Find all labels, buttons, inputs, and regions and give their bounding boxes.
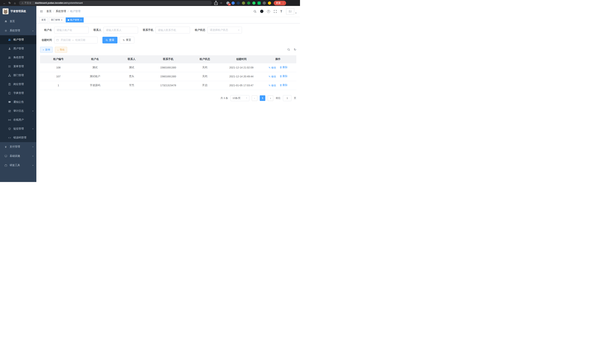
breadcrumb-current: 租户管理 — [70, 10, 81, 13]
tags-view: 首页 部门管理 × 租户管理 × — [36, 17, 300, 23]
sidebar-item-sms[interactable]: 短信管理 ▼ — [0, 124, 36, 133]
extension-icon[interactable] — [247, 1, 250, 5]
extension-icon[interactable] — [237, 1, 240, 5]
delete-link[interactable]: 删除 — [280, 75, 288, 78]
sidebar-item-home[interactable]: 首页 — [0, 17, 36, 26]
extension-icon[interactable] — [232, 1, 235, 5]
extension-icon[interactable] — [268, 1, 271, 5]
phone-input[interactable] — [155, 27, 190, 33]
trash-icon — [280, 84, 282, 86]
screen: ← ↻ ⌂ ⚠ 不安全 dashboard.yudao.iocoder.cn /… — [0, 0, 300, 182]
delete-link[interactable]: 删除 — [280, 84, 288, 87]
chrome-update-button[interactable]: 更新 ⋮ — [274, 1, 286, 5]
filter-phone: 联系手机 — [143, 27, 190, 33]
github-icon[interactable] — [260, 10, 263, 13]
table-row: 107 测试租户 秃头 15601691300 关闭 2021-12-14 20… — [40, 72, 296, 81]
top-navbar: 首页 / 系统管理 / 租户管理 ? T — [36, 6, 300, 17]
reset-button[interactable]: ↻ 重置 — [120, 37, 134, 43]
app-logo: 芋道管理系统 — [0, 6, 36, 17]
extensions-row: 10 — [226, 1, 271, 5]
add-button[interactable]: + 新增 — [40, 47, 53, 53]
page-suffix: 页 — [294, 96, 296, 100]
sidebar-item-tenant[interactable]: 租户管理 — [0, 35, 36, 44]
system-submenu: 租户管理 用户管理 角色管理 菜单管理 — [0, 35, 36, 142]
navbar-actions: ? T ▼ — [253, 8, 297, 14]
fullscreen-icon[interactable] — [274, 10, 277, 13]
extension-icon[interactable] — [258, 1, 261, 5]
page-size-select[interactable]: 10条/页 ▼ — [230, 95, 249, 101]
prev-page-button[interactable]: ‹ — [252, 95, 257, 101]
edit-link[interactable]: ✎修改 — [268, 75, 276, 78]
sidebar-item-audit-log[interactable]: 审计日志 ▼ — [0, 106, 36, 115]
status-cell: 开启 — [187, 81, 223, 90]
tab-home[interactable]: 首页 — [39, 18, 48, 22]
calendar-icon — [56, 39, 59, 41]
goto-page-input[interactable] — [283, 95, 291, 101]
puzzle-extensions-icon[interactable] — [263, 1, 266, 5]
tab-tenant[interactable]: 租户管理 × — [66, 18, 84, 22]
chevron-down-icon: ▼ — [32, 156, 34, 157]
active-dot — [68, 19, 69, 21]
search-icon — [106, 39, 108, 41]
breadcrumb-home[interactable]: 首页 — [46, 10, 52, 13]
refresh-icon[interactable]: ↻ — [294, 48, 296, 51]
user-menu[interactable]: ▼ — [286, 8, 297, 14]
total-count: 共 3 条 — [221, 96, 228, 100]
url-bar[interactable]: ⚠ 不安全 dashboard.yudao.iocoder.cn /system… — [19, 1, 212, 5]
toggle-search-icon[interactable] — [287, 48, 290, 52]
sidebar-item-user[interactable]: 用户管理 — [0, 44, 36, 53]
sidebar-item-post[interactable]: 岗位管理 — [0, 80, 36, 89]
home-icon — [4, 20, 8, 23]
chat-bubble-icon — [7, 101, 11, 103]
sidebar-item-dept[interactable]: 部门管理 — [0, 71, 36, 80]
filter-status: 租户状态 请选择租户状态 ▼ — [195, 27, 242, 33]
search-icon[interactable] — [253, 10, 257, 13]
font-size-icon[interactable]: T — [280, 10, 282, 13]
contact-input[interactable] — [103, 27, 138, 33]
extension-icon[interactable] — [252, 1, 255, 5]
refresh-icon: ↻ — [123, 39, 125, 41]
share-icon[interactable] — [213, 0, 219, 5]
chevron-down-icon: ▼ — [32, 128, 34, 130]
export-button[interactable]: ↓ 导出 — [55, 47, 67, 53]
trash-icon — [280, 75, 282, 78]
bookmark-star-icon[interactable]: ☆ — [219, 0, 224, 5]
back-icon[interactable]: ← — [2, 0, 7, 5]
sidebar-item-devtools[interactable]: 研发工具 ▼ — [0, 161, 36, 170]
search-button[interactable]: 搜索 — [103, 37, 117, 43]
next-page-button[interactable]: › — [268, 95, 273, 101]
sidebar-item-role[interactable]: 角色管理 — [0, 53, 36, 62]
close-icon[interactable]: × — [61, 19, 63, 21]
sidebar-item-notice[interactable]: 通知公告 — [0, 98, 36, 106]
page-content: 租户名 联系人 联系手机 租户状态 请选择租户状态 — [36, 23, 300, 182]
sidebar-collapse-icon[interactable] — [40, 10, 43, 13]
edit-link[interactable]: ✎修改 — [268, 66, 276, 69]
breadcrumb-system[interactable]: 系统管理 — [56, 10, 66, 13]
tab-dept[interactable]: 部门管理 × — [49, 18, 65, 22]
reload-icon[interactable]: ↻ — [7, 0, 12, 5]
delete-link[interactable]: 删除 — [280, 66, 288, 69]
sidebar-item-menu[interactable]: 菜单管理 — [0, 62, 36, 71]
filter-row-2: 创建时间 开始日期 - 结束日期 搜索 ↻ 重置 — [40, 37, 296, 43]
list-icon — [7, 65, 11, 68]
extension-icon[interactable] — [242, 1, 245, 5]
sidebar-item-error-code[interactable]: 错误码管理 — [0, 133, 36, 142]
chevron-down-icon: ▼ — [295, 12, 297, 14]
goto-label: 前往 — [276, 96, 281, 100]
monitor-icon — [4, 155, 8, 158]
date-range-picker[interactable]: 开始日期 - 结束日期 — [54, 37, 98, 43]
sidebar-item-infra[interactable]: 基础设施 ▼ — [0, 151, 36, 161]
extension-icon[interactable]: 10 — [226, 1, 229, 5]
sidebar-item-payment[interactable]: ¥ 支付管理 ▼ — [0, 142, 36, 151]
help-icon[interactable]: ? — [267, 10, 270, 13]
close-icon[interactable]: × — [80, 19, 82, 21]
trash-icon — [280, 66, 282, 69]
edit-link[interactable]: ✎修改 — [268, 84, 276, 87]
browser-home-icon[interactable]: ⌂ — [12, 0, 18, 5]
sidebar-item-system[interactable]: 系统管理 ▲ — [0, 26, 36, 35]
status-select[interactable]: 请选择租户状态 ▼ — [207, 27, 242, 33]
tenant-name-input[interactable] — [54, 27, 89, 33]
sidebar-item-dict[interactable]: 字典管理 — [0, 89, 36, 98]
current-page[interactable]: 1 — [260, 95, 265, 101]
sidebar-item-online-user[interactable]: 在线用户 — [0, 115, 36, 124]
